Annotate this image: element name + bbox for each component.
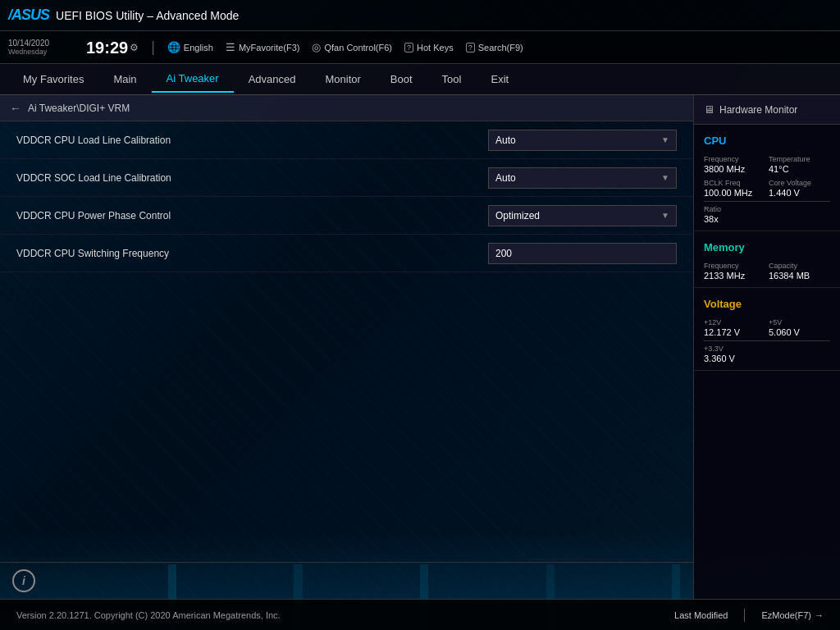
date-display: 10/14/2020 [8, 39, 74, 48]
language-label: English [184, 43, 213, 52]
cpu-monitor-grid: Frequency 3800 MHz Temperature 41°C BCLK… [704, 155, 830, 198]
select-vddcr-cpu-load[interactable]: Auto ▼ [488, 130, 677, 151]
setting-label-vddcr-soc-load: VDDCR SOC Load Line Calibration [16, 172, 488, 184]
v5-item: +5V 5.060 V [769, 318, 830, 337]
cpu-ratio-value: 38x [704, 214, 830, 224]
qfan-item[interactable]: ◎ Qfan Control(F6) [312, 41, 392, 53]
hotkeys-item[interactable]: ? Hot Keys [404, 43, 454, 52]
setting-row-vddcr-soc-load: VDDCR SOC Load Line Calibration Auto ▼ [0, 159, 693, 197]
dropdown-arrow-icon: ▼ [661, 211, 669, 220]
v5-label: +5V [769, 318, 830, 326]
hotkeys-icon: ? [404, 43, 413, 52]
v33-value: 3.360 V [704, 354, 830, 363]
toolbar-separator: | [151, 39, 155, 56]
voltage-monitor-grid: +12V 12.172 V +5V 5.060 V [704, 318, 830, 337]
setting-control-vddcr-cpu-power: Optimized ▼ [488, 205, 677, 226]
cpu-core-voltage-label: Core Voltage [769, 179, 830, 187]
datetime-block: 10/14/2020 Wednesday [8, 39, 74, 56]
language-item[interactable]: 🌐 English [167, 41, 213, 53]
cpu-divider [704, 201, 830, 202]
dropdown-arrow-icon: ▼ [661, 173, 669, 182]
select-vddcr-soc-load[interactable]: Auto ▼ [488, 167, 677, 189]
cpu-core-voltage-item: Core Voltage 1.440 V [769, 179, 830, 198]
nav-bar: My Favorites Main Ai Tweaker Advanced Mo… [0, 64, 840, 95]
ezmode-button[interactable]: EzMode(F7) → [761, 610, 824, 620]
tab-ai-tweaker[interactable]: Ai Tweaker [152, 66, 234, 93]
cpu-frequency-label: Frequency [704, 155, 765, 163]
memory-section-title: Memory [704, 241, 830, 253]
header-bar: /ASUS UEFI BIOS Utility – Advanced Mode [0, 0, 840, 31]
time-block: 19:29 ⚙ [86, 39, 139, 56]
setting-label-vddcr-cpu-load: VDDCR CPU Load Line Calibration [16, 135, 488, 146]
cpu-temperature-value: 41°C [769, 164, 830, 174]
v12-value: 12.172 V [704, 327, 765, 337]
dropdown-arrow-icon: ▼ [661, 135, 669, 144]
version-text: Version 2.20.1271. Copyright (C) 2020 Am… [16, 610, 281, 620]
tab-main[interactable]: Main [98, 66, 151, 92]
memory-monitor-grid: Frequency 2133 MHz Capacity 16384 MB [704, 262, 830, 281]
setting-control-vddcr-cpu-load: Auto ▼ [488, 130, 677, 151]
hardware-monitor-sidebar: 🖥 Hardware Monitor CPU Frequency 3800 MH… [694, 95, 840, 599]
cpu-core-voltage-value: 1.440 V [769, 188, 830, 198]
cpu-ratio-label: Ratio [704, 205, 830, 213]
setting-control-vddcr-soc-load: Auto ▼ [488, 167, 677, 189]
toolbar: 10/14/2020 Wednesday 19:29 ⚙ | 🌐 English… [0, 31, 840, 64]
v12-item: +12V 12.172 V [704, 318, 765, 337]
footer: Version 2.20.1271. Copyright (C) 2020 Am… [0, 599, 840, 630]
search-icon: ? [466, 43, 475, 52]
ezmode-label: EzMode(F7) [761, 610, 811, 620]
v33-label: +3.3V [704, 345, 830, 353]
setting-row-vddcr-cpu-load: VDDCR CPU Load Line Calibration Auto ▼ [0, 121, 693, 159]
memory-frequency-value: 2133 MHz [704, 271, 765, 281]
cpu-frequency-value: 3800 MHz [704, 164, 765, 174]
voltage-divider [704, 340, 830, 341]
cpu-bclk-item: BCLK Freq 100.00 MHz [704, 179, 765, 198]
cpu-section-title: CPU [704, 135, 830, 147]
v33-item: +3.3V 3.360 V [704, 345, 830, 363]
tab-exit[interactable]: Exit [476, 66, 523, 92]
info-icon: i [12, 569, 35, 592]
content-area: ← Ai Tweaker\DIGI+ VRM VDDCR CPU Load Li… [0, 95, 840, 599]
monitor-icon: 🖥 [704, 103, 714, 116]
hw-monitor-label: Hardware Monitor [719, 104, 797, 116]
qfan-icon: ◎ [312, 41, 321, 53]
tab-my-favorites[interactable]: My Favorites [8, 66, 98, 92]
asus-logo: /ASUS [8, 7, 49, 24]
select-vddcr-cpu-power[interactable]: Optimized ▼ [488, 205, 677, 226]
v5-value: 5.060 V [769, 327, 830, 337]
v12-label: +12V [704, 318, 765, 326]
tab-monitor[interactable]: Monitor [311, 66, 376, 92]
search-label: Search(F9) [478, 43, 523, 52]
tab-tool[interactable]: Tool [427, 66, 477, 92]
memory-frequency-label: Frequency [704, 262, 765, 270]
time-display: 19:29 [86, 39, 128, 56]
language-icon: 🌐 [167, 41, 180, 53]
memory-capacity-label: Capacity [769, 262, 830, 270]
gear-icon[interactable]: ⚙ [130, 42, 139, 53]
footer-right: Last Modified EzMode(F7) → [674, 609, 824, 622]
tab-advanced[interactable]: Advanced [234, 66, 311, 92]
day-display: Wednesday [8, 48, 74, 56]
search-item[interactable]: ? Search(F9) [466, 43, 523, 52]
memory-capacity-value: 16384 MB [769, 271, 830, 281]
cpu-bclk-value: 100.00 MHz [704, 188, 765, 198]
info-bar: i [0, 562, 693, 599]
cpu-bclk-label: BCLK Freq [704, 179, 765, 187]
my-favorite-item[interactable]: ☰ MyFavorite(F3) [226, 41, 300, 53]
cpu-temperature-item: Temperature 41°C [769, 155, 830, 174]
breadcrumb-bar: ← Ai Tweaker\DIGI+ VRM [0, 95, 693, 121]
ezmode-icon: → [815, 610, 824, 620]
settings-list: VDDCR CPU Load Line Calibration Auto ▼ V… [0, 121, 693, 562]
memory-capacity-item: Capacity 16384 MB [769, 262, 830, 281]
cpu-temperature-label: Temperature [769, 155, 830, 163]
input-vddcr-cpu-switching[interactable] [488, 243, 677, 264]
last-modified-button[interactable]: Last Modified [674, 610, 728, 620]
cpu-section: CPU Frequency 3800 MHz Temperature 41°C … [694, 125, 840, 231]
setting-label-vddcr-cpu-switching: VDDCR CPU Switching Frequency [16, 248, 488, 259]
back-button[interactable]: ← [10, 102, 21, 115]
bios-title: UEFI BIOS Utility – Advanced Mode [56, 9, 239, 22]
main-panel: ← Ai Tweaker\DIGI+ VRM VDDCR CPU Load Li… [0, 95, 694, 599]
voltage-section-title: Voltage [704, 298, 830, 310]
myfavorite-icon: ☰ [226, 41, 235, 53]
tab-boot[interactable]: Boot [376, 66, 427, 92]
